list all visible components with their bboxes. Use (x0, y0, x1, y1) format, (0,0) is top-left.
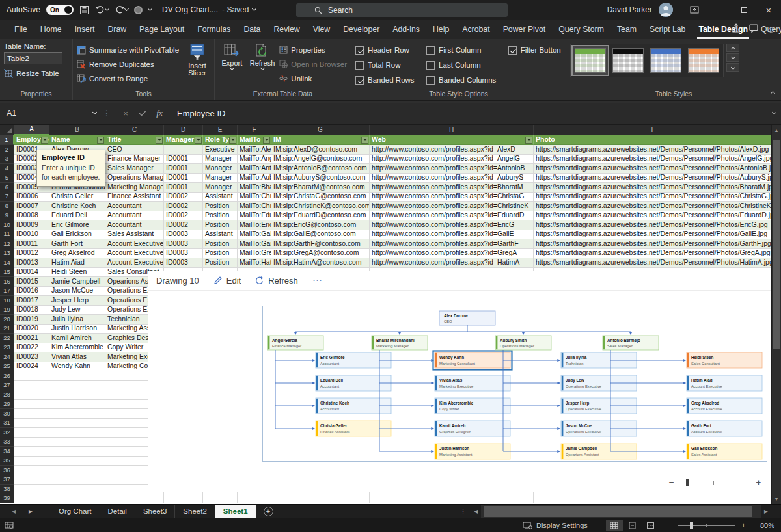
column-header-F[interactable]: F (238, 125, 271, 135)
cell-D12[interactable]: ID0003 (164, 239, 203, 249)
filter-button-manager[interactable] (195, 137, 202, 144)
cell-C3[interactable]: Finance Manager (105, 154, 164, 164)
row-header-2[interactable]: 2 (0, 145, 14, 155)
add-sheet-button[interactable]: + (264, 507, 273, 516)
cell-H7[interactable]: http://www.contoso.com/profiles.aspx?id=… (370, 192, 534, 202)
cell-H2[interactable]: http://www.contoso.com/profiles.aspx?id=… (370, 145, 534, 155)
tab-page-layout[interactable]: Page Layout (133, 20, 191, 39)
search-box[interactable]: Search (296, 3, 508, 17)
row-header-22[interactable]: 22 (0, 334, 14, 343)
zoom-slider-thumb[interactable] (690, 522, 693, 529)
cell-A30[interactable] (14, 409, 49, 419)
ribbon-display-options-icon[interactable] (682, 0, 707, 20)
cell-F14[interactable]: MailTo:HatimA@contoso.com (238, 258, 271, 268)
cell-A35[interactable] (14, 456, 49, 466)
row-header-20[interactable]: 20 (0, 315, 14, 325)
horizontal-scrollbar-thumb[interactable] (484, 506, 752, 517)
cell-E5[interactable]: Manager (203, 173, 238, 183)
summarize-with-pivottable-button[interactable]: Summarize with PivotTable (77, 44, 179, 56)
cell-I14[interactable]: https://smartdiagrams.azurewebsites.net/… (534, 258, 771, 268)
collapse-ribbon-icon[interactable] (771, 86, 774, 98)
scroll-up-icon[interactable]: ▲ (772, 125, 781, 135)
cell-A1[interactable]: Employee (14, 135, 49, 145)
cell-C1[interactable]: Title (105, 135, 164, 145)
checkbox-banded-columns[interactable] (426, 76, 435, 85)
cell-F2[interactable]: MailTo:AlexD@contoso.com (238, 145, 271, 155)
column-header-G[interactable]: G (271, 125, 370, 135)
cell-I4[interactable]: https://smartdiagrams.azurewebsites.net/… (534, 164, 771, 174)
cell-B14[interactable]: Hatim Aiad (49, 258, 105, 268)
cell-F7[interactable]: MailTo:ChristaG@contoso.com (238, 192, 271, 202)
drawing-zoom-slider[interactable]: − + (669, 477, 761, 487)
cell-B19[interactable]: Judy Lew (49, 305, 105, 315)
cell-F8[interactable]: MailTo:ChristineK@contoso.com (238, 202, 271, 211)
option-banded-columns[interactable]: Banded Columns (426, 73, 499, 86)
cell-F5[interactable]: MailTo:AuburyS@contoso.com (238, 173, 271, 183)
cell-B23[interactable]: Kim Abercrombie (49, 343, 105, 352)
cell-H12[interactable]: http://www.contoso.com/profiles.aspx?id=… (370, 239, 534, 249)
column-header-D[interactable]: D (164, 125, 203, 135)
refresh-button[interactable]: Refresh (249, 42, 276, 85)
undo-button[interactable] (95, 5, 109, 14)
cell-C10[interactable]: Accountant (105, 220, 164, 230)
tab-help[interactable]: Help (426, 20, 456, 39)
cell-F9[interactable]: MailTo:EduardD@contoso.com (238, 211, 271, 220)
cell-A34[interactable] (14, 447, 49, 457)
option-first-column[interactable]: First Column (426, 44, 499, 57)
cell-G11[interactable]: IM:sip:GailE@contoso.com (271, 230, 370, 239)
cell-I3[interactable]: https://smartdiagrams.azurewebsites.net/… (534, 154, 771, 164)
export-button[interactable]: Export (219, 42, 245, 85)
page-layout-view-button[interactable] (624, 520, 641, 531)
cell-F12[interactable]: MailTo:GarthF@contoso.com (238, 239, 271, 249)
cell-H11[interactable]: http://www.contoso.com/profiles.aspx?id=… (370, 230, 534, 239)
cell-C8[interactable]: Accountant (105, 202, 164, 211)
column-header-C[interactable]: C (105, 125, 164, 135)
row-header-6[interactable]: 6 (0, 183, 14, 193)
row-header-9[interactable]: 9 (0, 211, 14, 220)
normal-view-button[interactable] (606, 520, 623, 531)
remove-duplicates-button[interactable]: Remove Duplicates (77, 58, 179, 70)
zoom-out-minus-icon[interactable]: − (669, 477, 674, 487)
row-header-16[interactable]: 16 (0, 277, 14, 287)
zoom-in-plus-icon[interactable]: + (756, 477, 761, 487)
column-header-A[interactable]: A (14, 125, 49, 135)
title-dropdown-icon[interactable] (252, 7, 256, 11)
row-header-27[interactable]: 27 (0, 380, 14, 390)
record-circle-icon[interactable] (134, 6, 143, 14)
option-header-row[interactable]: Header Row (355, 44, 417, 57)
cell-B33[interactable] (49, 437, 105, 447)
sheet-tab-sheet2[interactable]: Sheet2 (175, 505, 215, 518)
cell-A37[interactable] (14, 475, 49, 485)
row-header-35[interactable]: 35 (0, 456, 14, 466)
row-header-7[interactable]: 7 (0, 192, 14, 202)
row-header-34[interactable]: 34 (0, 447, 14, 457)
cell-G39[interactable] (271, 494, 370, 503)
cell-C2[interactable]: CEO (105, 145, 164, 155)
cell-A32[interactable] (14, 428, 49, 438)
drawing-zoom-thumb[interactable] (686, 479, 689, 486)
cell-I2[interactable]: https://smartdiagrams.azurewebsites.net/… (534, 145, 771, 155)
cell-A24[interactable]: ID0023 (14, 352, 49, 362)
cell-A16[interactable]: ID0015 (14, 277, 49, 287)
tab-data[interactable]: Data (237, 20, 267, 39)
cell-I11[interactable]: https://smartdiagrams.azurewebsites.net/… (534, 230, 771, 239)
row-header-12[interactable]: 12 (0, 239, 14, 249)
tab-developer[interactable]: Developer (336, 20, 386, 39)
sheet-tab-detail[interactable]: Detail (100, 505, 135, 518)
cell-B18[interactable]: Jesper Herp (49, 296, 105, 306)
cell-E10[interactable]: Position (203, 220, 238, 230)
cell-H10[interactable]: http://www.contoso.com/profiles.aspx?id=… (370, 220, 534, 230)
row-header-10[interactable]: 10 (0, 220, 14, 230)
cell-I39[interactable] (534, 494, 771, 503)
qat-customize-icon[interactable] (148, 7, 152, 11)
drawing-edit-button[interactable]: Edit (213, 276, 241, 286)
row-header-5[interactable]: 5 (0, 173, 14, 183)
cell-A10[interactable]: ID0009 (14, 220, 49, 230)
insert-function-icon[interactable]: fx (151, 108, 168, 118)
gallery-scroll-up-button[interactable] (726, 44, 739, 52)
cell-I10[interactable]: https://smartdiagrams.azurewebsites.net/… (534, 220, 771, 230)
cell-E11[interactable]: Assistant (203, 230, 238, 239)
cell-E14[interactable]: Position (203, 258, 238, 268)
row-header-8[interactable]: 8 (0, 202, 14, 211)
cell-B9[interactable]: Eduard Dell (49, 211, 105, 220)
